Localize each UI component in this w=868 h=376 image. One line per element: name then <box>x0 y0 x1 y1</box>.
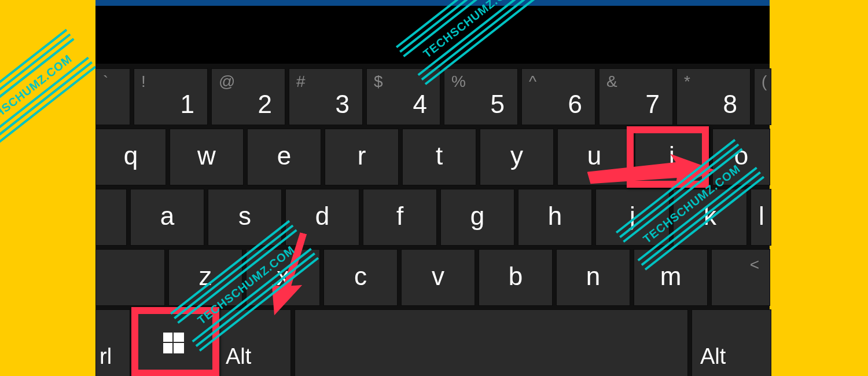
key-shift-label: ^ <box>529 72 536 91</box>
key-mod-label: Alt <box>700 344 726 369</box>
key-d[interactable]: d <box>285 189 359 246</box>
key-letter-label: o <box>734 141 748 170</box>
key-letter-label: t <box>436 141 443 170</box>
key-main-label: 4 <box>413 90 427 119</box>
key-letter-label: q <box>124 141 138 170</box>
key-o[interactable]: o <box>712 129 770 185</box>
key-shift-label: ! <box>141 72 146 91</box>
key-letter-label: b <box>509 262 523 291</box>
key-letter-label: z <box>199 262 212 291</box>
screenshot-stage: ` ! 1 @ 2 # 3 $ 4 % 5 ^ <box>95 0 770 376</box>
key-space[interactable] <box>295 309 688 376</box>
key-letter-label: d <box>315 202 329 231</box>
key-9[interactable]: ( <box>754 68 771 125</box>
key-letter-label: s <box>238 202 251 231</box>
key-capslock[interactable] <box>95 189 127 246</box>
windows-icon <box>163 333 184 353</box>
key-j[interactable]: j <box>595 189 670 246</box>
key-7[interactable]: & 7 <box>599 68 673 125</box>
key-shift-label: ` <box>103 72 108 91</box>
key-q[interactable]: q <box>95 129 166 185</box>
key-2[interactable]: @ 2 <box>211 68 285 125</box>
key-letter-label: c <box>354 262 367 291</box>
key-h[interactable]: h <box>518 189 592 246</box>
key-letter-label: y <box>510 141 523 170</box>
key-5[interactable]: % 5 <box>444 68 518 125</box>
key-e[interactable]: e <box>247 129 321 185</box>
key-v[interactable]: v <box>401 249 475 306</box>
key-shift-label: # <box>296 72 306 91</box>
key-alt-left[interactable]: Alt <box>217 309 291 376</box>
key-letter-label: m <box>660 262 682 291</box>
key-letter-label: l <box>759 202 764 231</box>
key-w[interactable]: w <box>170 129 244 185</box>
key-letter-label: w <box>197 141 216 170</box>
key-s[interactable]: s <box>208 189 282 246</box>
key-letter-label: n <box>586 262 600 291</box>
key-m[interactable]: m <box>634 249 708 306</box>
key-b[interactable]: b <box>479 249 553 306</box>
key-mod-label: Alt <box>226 344 251 369</box>
key-letter-label: u <box>587 141 601 170</box>
key-a[interactable]: a <box>130 189 204 246</box>
key-shift-label: ( <box>762 72 767 91</box>
key-shift-label: @ <box>219 72 235 91</box>
key-main-label: 5 <box>491 90 505 119</box>
key-comma[interactable]: < <box>711 249 770 306</box>
key-letter-label: e <box>277 141 291 170</box>
key-6[interactable]: ^ 6 <box>521 68 595 125</box>
key-z[interactable]: z <box>168 249 242 306</box>
key-letter-label: a <box>160 202 174 231</box>
key-mod-label: rl <box>100 344 112 369</box>
key-ctrl[interactable]: rl <box>95 309 130 376</box>
key-8[interactable]: * 8 <box>676 68 751 125</box>
key-letter-label: v <box>432 262 444 291</box>
key-main-label: 2 <box>258 90 272 119</box>
key-shift-left[interactable] <box>95 249 165 306</box>
key-l[interactable]: l <box>751 189 771 246</box>
key-shift-label: $ <box>374 72 383 91</box>
key-main-label: 8 <box>723 90 737 119</box>
key-g[interactable]: g <box>440 189 514 246</box>
key-c[interactable]: c <box>323 249 398 306</box>
key-4[interactable]: $ 4 <box>366 68 440 125</box>
key-shift-label: * <box>684 72 690 91</box>
key-f[interactable]: f <box>363 189 437 246</box>
key-letter-label: j <box>630 202 635 231</box>
on-screen-keyboard: ` ! 1 @ 2 # 3 $ 4 % 5 ^ <box>95 64 770 376</box>
key-backtick[interactable]: ` <box>95 68 130 125</box>
key-main-label: 7 <box>646 90 660 119</box>
key-letter-label: r <box>358 141 366 170</box>
key-3[interactable]: # 3 <box>289 68 363 125</box>
key-y[interactable]: y <box>480 129 554 185</box>
watermark-left: TECHSCHUMZ.COM <box>0 29 99 164</box>
key-windows[interactable] <box>134 309 214 376</box>
key-main-label: 3 <box>336 90 350 119</box>
key-main-label: 1 <box>181 90 194 119</box>
key-k[interactable]: k <box>673 189 747 246</box>
key-r[interactable]: r <box>325 129 399 185</box>
window-titlebar <box>95 0 770 6</box>
key-letter-label: f <box>396 202 403 231</box>
key-n[interactable]: n <box>556 249 630 306</box>
key-letter-label: h <box>548 202 562 231</box>
key-letter-label: g <box>470 202 484 231</box>
key-shift-label: < <box>750 255 759 274</box>
key-shift-label: % <box>451 72 466 91</box>
key-alt-right[interactable]: Alt <box>692 309 771 376</box>
key-1[interactable]: ! 1 <box>134 68 208 125</box>
key-letter-label: k <box>704 202 716 231</box>
key-main-label: 6 <box>568 90 582 119</box>
key-t[interactable]: t <box>402 129 476 185</box>
key-shift-label: & <box>606 72 617 91</box>
